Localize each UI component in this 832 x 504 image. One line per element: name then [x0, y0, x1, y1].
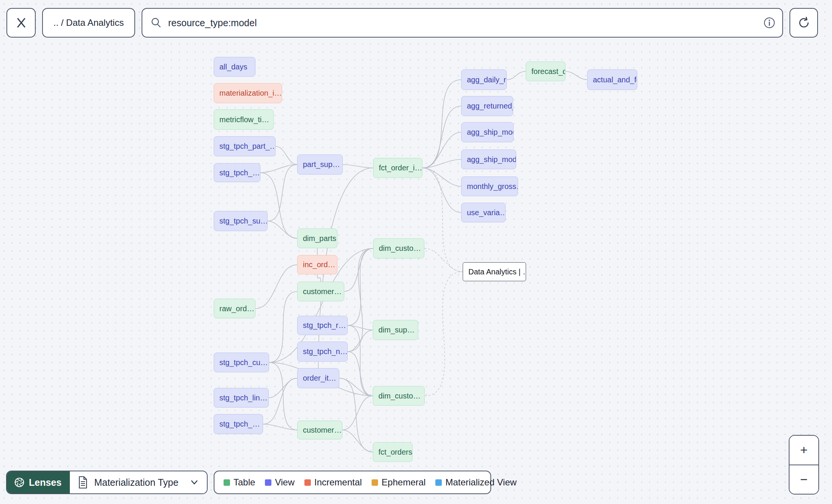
legend-label: Materialized View [445, 477, 517, 488]
zoom-out-button[interactable]: − [789, 465, 818, 494]
graph-node-n15[interactable]: stg_tpch_r… [297, 316, 348, 335]
graph-node-n22[interactable]: dim_custo… [373, 386, 425, 406]
chevron-down-icon [189, 477, 199, 487]
legend-item-incremental: Incremental [304, 477, 362, 488]
aperture-icon [14, 477, 25, 488]
legend-label: Ephemeral [381, 477, 425, 488]
graph-node-n12[interactable]: dim_parts [297, 228, 337, 248]
graph-node-n26[interactable]: agg_ship_modes_d… [461, 122, 514, 142]
graph-node-n5[interactable]: stg_tpch_… [214, 163, 260, 182]
close-button[interactable] [6, 8, 36, 38]
breadcrumb-label: .. / Data Analytics [54, 17, 124, 28]
info-icon[interactable] [763, 17, 775, 29]
graph-node-n27[interactable]: agg_ship_modes_ha… [461, 150, 516, 169]
legend-swatch [435, 479, 442, 486]
legend-swatch [224, 479, 230, 486]
lenses-label: Lenses [29, 477, 61, 488]
legend-label: View [275, 477, 295, 488]
legend-swatch [372, 479, 378, 486]
legend-item-ephemeral: Ephemeral [372, 477, 425, 488]
materialization-legend: TableViewIncrementalEphemeralMaterialize… [214, 471, 491, 494]
graph-node-n17[interactable]: order_it… [297, 368, 339, 388]
graph-node-n23[interactable]: fct_orders [373, 442, 413, 462]
graph-node-n28[interactable]: monthly_gross… [461, 176, 518, 196]
graph-node-n2[interactable]: materialization_i… [214, 83, 282, 103]
graph-node-n16[interactable]: stg_tpch_n… [297, 342, 348, 362]
refresh-icon [797, 16, 811, 30]
graph-node-n11[interactable]: part_sup… [297, 154, 343, 175]
graph-node-n25[interactable]: agg_returned_orde… [461, 96, 513, 116]
graph-node-n14[interactable]: customer… [297, 282, 344, 301]
legend-swatch [265, 479, 271, 486]
graph-node-n8[interactable]: stg_tpch_cu… [214, 353, 269, 372]
graph-node-n6[interactable]: stg_tpch_su… [214, 211, 268, 231]
document-icon [77, 476, 88, 489]
search-input[interactable] [167, 17, 763, 29]
search-box[interactable] [142, 8, 783, 38]
refresh-button[interactable] [789, 8, 818, 38]
top-toolbar: .. / Data Analytics [0, 8, 832, 38]
graph-node-n3[interactable]: metricflow_ti… [214, 109, 274, 130]
graph-node-n1[interactable]: all_days [214, 57, 255, 77]
graph-node-n19[interactable]: fct_order_i… [373, 158, 422, 178]
graph-node-n7[interactable]: raw_ord… [214, 299, 255, 318]
graph-node-n32[interactable]: actual_and_foreca… [587, 69, 637, 90]
legend-label: Incremental [314, 477, 362, 488]
graph-node-n30[interactable]: Data Analytics | … [463, 262, 526, 281]
lens-selected-label: Materialization Type [94, 477, 183, 488]
zoom-controls: + − [789, 435, 819, 495]
lens-selector[interactable]: Materialization Type [70, 471, 207, 493]
graph-node-n21[interactable]: dim_sup… [373, 320, 418, 340]
legend-item-materialized-view: Materialized View [435, 477, 517, 488]
graph-node-n20[interactable]: dim_custo… [373, 238, 424, 258]
lenses-button[interactable]: Lenses [7, 471, 70, 493]
legend-swatch [304, 479, 311, 486]
breadcrumb[interactable]: .. / Data Analytics [42, 8, 135, 38]
close-icon [15, 16, 28, 29]
graph-node-n18[interactable]: customer… [297, 421, 342, 439]
graph-node-n29[interactable]: use_varia… [461, 203, 506, 222]
search-icon [150, 17, 162, 29]
legend-item-table: Table [224, 477, 255, 488]
zoom-in-button[interactable]: + [789, 436, 818, 465]
lineage-graph: all_daysmaterialization_i…metricflow_ti…… [0, 0, 832, 504]
graph-node-n4[interactable]: stg_tpch_part_… [214, 136, 276, 156]
graph-node-n24[interactable]: agg_daily_retur… [461, 69, 507, 90]
graph-node-n10[interactable]: stg_tpch_… [214, 414, 263, 434]
graph-node-n9[interactable]: stg_tpch_lin… [214, 388, 269, 408]
lenses-control: Lenses Materialization Type [6, 471, 208, 494]
graph-node-n13[interactable]: inc_ord… [297, 255, 337, 274]
graph-node-n31[interactable]: forecast_daily… [526, 61, 566, 81]
legend-label: Table [233, 477, 255, 488]
legend-item-view: View [265, 477, 295, 488]
